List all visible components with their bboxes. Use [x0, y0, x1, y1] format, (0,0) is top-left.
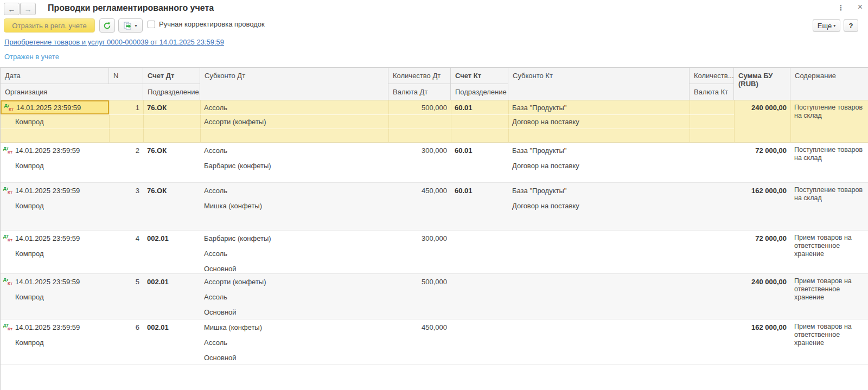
dt-kt-icon: ДтКт — [3, 187, 12, 195]
page-title: Проводки регламентированного учета — [48, 3, 214, 13]
col-header-content: Содержание — [790, 68, 868, 100]
cell-content: Прием товаров на ответственное хранение — [790, 319, 868, 365]
manual-adjustment-checkbox[interactable] — [148, 21, 155, 28]
cell-account-dt: 002.01 — [143, 231, 200, 273]
col-header-currency-kt: Валюта Кт — [690, 84, 734, 100]
row-gridline — [1, 114, 734, 115]
entries-table: Дата N Организация Счет Дт Подразделение… — [0, 67, 868, 390]
dt-kt-icon: ДтКт — [4, 104, 14, 112]
cell-account-dt: 76.ОК — [143, 143, 200, 182]
cell-account-kt — [451, 231, 508, 273]
refresh-button[interactable] — [99, 18, 115, 33]
col-header-organization: Организация — [1, 84, 143, 100]
cell-number: 1 — [109, 100, 143, 142]
reflect-in-accounting-button[interactable]: Отразить в регл. учете — [4, 18, 95, 33]
col-header-date: Дата — [1, 68, 109, 84]
col-header-number: N — [109, 68, 143, 84]
cell-subconto-dt: Ассоль Мишка (конфеты) — [200, 183, 388, 230]
col-header-division-kt: Подразделение ... — [451, 84, 508, 100]
cell-account-dt: 002.01 — [143, 319, 200, 365]
cell-content: Поступление товаров на склад — [790, 183, 868, 230]
cell-amount: 162 000,00 — [734, 183, 790, 230]
cell-subconto-kt — [508, 319, 690, 365]
cell-date-org: ДтКт 14.01.2025 23:59:59 Компрод — [1, 319, 109, 365]
selected-cell[interactable]: ДтКт 14.01.2025 23:59:59 — [1, 100, 109, 114]
table-header: Дата N Организация Счет Дт Подразделение… — [1, 68, 868, 100]
dt-kt-icon: ДтКт — [3, 146, 12, 155]
cell-subconto-kt: База "Продукты" Договор на поставку — [508, 183, 690, 230]
more-button[interactable]: Еще ▾ — [813, 19, 840, 32]
cell-content: Поступление товаров на склад — [790, 100, 868, 142]
table-row[interactable]: ДтКт 14.01.2025 23:59:59 Компрод 3 76.ОК… — [1, 183, 868, 231]
document-reflect-icon — [124, 22, 133, 30]
cell-content: Поступление товаров на склад — [790, 143, 868, 182]
cell-number: 2 — [109, 143, 143, 182]
cell-content: Прием товаров на ответственное хранение — [790, 274, 868, 319]
cell-subconto-dt: Ассоль Барбарис (конфеты) — [200, 143, 388, 182]
row-gridline — [690, 100, 690, 142]
cell-organization: Компрод — [1, 198, 109, 213]
cell-quantity-dt: 500,000 — [388, 100, 451, 142]
table-body: ДтКт 14.01.2025 23:59:59 Компрод 1 76.ОК… — [1, 100, 868, 365]
cell-number: 5 — [109, 274, 143, 319]
table-row[interactable]: ДтКт 14.01.2025 23:59:59 Компрод 5 002.0… — [1, 274, 868, 319]
cell-organization: Компрод — [1, 114, 109, 129]
manual-adjustment-checkbox-wrap[interactable]: Ручная корректировка проводок — [148, 20, 265, 28]
reflect-document-dropdown-button[interactable]: ▾ — [118, 18, 143, 33]
cell-subconto-kt: База "Продукты" Договор на поставку — [508, 143, 690, 182]
back-arrow-icon: ← — [8, 5, 16, 14]
table-row[interactable]: ДтКт 14.01.2025 23:59:59 Компрод 2 76.ОК… — [1, 143, 868, 183]
cell-date-org: ДтКт 14.01.2025 23:59:59 Компрод — [1, 231, 109, 273]
table-row[interactable]: ДтКт 14.01.2025 23:59:59 Компрод 6 002.0… — [1, 319, 868, 365]
col-header-account-kt: Счет Кт — [451, 68, 508, 84]
table-row[interactable]: ДтКт 14.01.2025 23:59:59 Компрод 1 76.ОК… — [1, 100, 868, 143]
col-header-currency-dt: Валюта Дт — [388, 84, 451, 100]
status-text: Отражен в учете — [4, 53, 59, 61]
cell-subconto-kt: База "Продукты" Договор на поставку — [508, 100, 690, 142]
cell-date-org: ДтКт 14.01.2025 23:59:59 Компрод — [1, 100, 109, 142]
cell-account-kt: 60.01 — [451, 143, 508, 182]
cell-account-kt: 60.01 — [451, 100, 508, 142]
cell-subconto-dt: Ассорти (конфеты) Ассоль Основной — [200, 274, 388, 319]
cell-date-org: ДтКт 14.01.2025 23:59:59 Компрод — [1, 274, 109, 319]
cell-quantity-dt: 450,000 — [388, 319, 451, 365]
cell-subconto-dt: Барбарис (конфеты) Ассоль Основной — [200, 231, 388, 273]
cell-amount: 72 000,00 — [734, 143, 790, 182]
cell-date-org: ДтКт 14.01.2025 23:59:59 Компрод — [1, 183, 109, 230]
col-header-amount: Сумма БУ (RUB) — [734, 68, 790, 100]
source-document-link[interactable]: Приобретение товаров и услуг 0000-000039… — [4, 38, 224, 46]
cell-organization: Компрод — [1, 246, 109, 261]
cell-quantity-dt: 500,000 — [388, 274, 451, 319]
cell-amount: 240 000,00 — [734, 274, 790, 319]
row-gridline — [1, 129, 734, 129]
dt-kt-icon: ДтКт — [3, 278, 12, 286]
dt-kt-icon: ДтКт — [3, 234, 12, 242]
cell-number: 3 — [109, 183, 143, 230]
cell-content: Прием товаров на ответственное хранение — [790, 231, 868, 273]
window-menu-icon[interactable]: ⋮ — [837, 3, 845, 12]
forward-button[interactable]: → — [20, 3, 36, 15]
cell-account-kt: 60.01 — [451, 183, 508, 230]
chevron-down-icon: ▾ — [135, 23, 137, 28]
dt-kt-icon: ДтКт — [3, 323, 12, 331]
cell-account-dt: 002.01 — [143, 274, 200, 319]
cell-organization: Компрод — [1, 335, 109, 350]
table-row[interactable]: ДтКт 14.01.2025 23:59:59 Компрод 4 002.0… — [1, 231, 868, 274]
forward-arrow-icon: → — [24, 5, 32, 14]
manual-adjustment-label: Ручная корректировка проводок — [159, 20, 265, 28]
cell-organization: Компрод — [1, 158, 109, 173]
refresh-icon — [103, 22, 111, 30]
cell-account-kt — [451, 319, 508, 365]
col-header-subconto-kt: Субконто Кт — [508, 68, 690, 100]
title-bar: ← → Проводки регламентированного учета ⋮… — [0, 0, 868, 16]
cell-organization: Компрод — [1, 289, 109, 304]
cell-subconto-dt: Мишка (конфеты) Ассоль Основной — [200, 319, 388, 365]
cell-quantity-dt: 300,000 — [388, 231, 451, 273]
col-header-division-dt: Подразделение... — [143, 84, 200, 100]
cell-amount: 162 000,00 — [734, 319, 790, 365]
back-button[interactable]: ← — [4, 3, 20, 15]
chevron-down-icon: ▾ — [833, 23, 835, 28]
cell-number: 4 — [109, 231, 143, 273]
close-icon[interactable]: × — [858, 3, 863, 12]
help-button[interactable]: ? — [844, 19, 858, 32]
